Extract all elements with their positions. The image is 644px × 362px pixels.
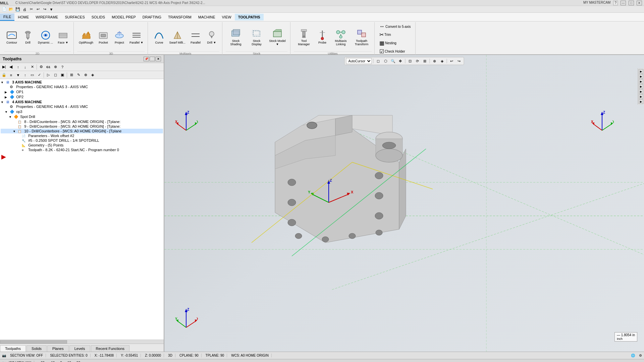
ribbon-btn-parallel-3d[interactable]: Parallel ▼ — [128, 28, 145, 46]
vp-btn-undo[interactable]: ↩ — [448, 58, 455, 64]
tb-pen[interactable]: ✎ — [75, 72, 82, 78]
ribbon-btn-stock-display[interactable]: Stock Display — [247, 26, 267, 47]
tree-node-parameters[interactable]: 📄 Parameters - Work offset #2 — [1, 133, 163, 138]
qat-cut[interactable]: ✂ — [28, 7, 34, 12]
tb-list[interactable]: ≡ — [8, 72, 14, 78]
qat-print[interactable]: 🖨 — [21, 7, 28, 12]
tb-move-up[interactable]: ↑ — [15, 64, 21, 70]
panel-close-btn[interactable]: ✕ — [156, 57, 161, 61]
tb-copy-ops[interactable]: ⊕ — [82, 72, 89, 78]
tb-grid[interactable]: ⊞ — [68, 72, 75, 78]
tree-hscroll-thumb[interactable] — [0, 340, 67, 344]
menu-file[interactable]: FILE — [0, 13, 14, 21]
ribbon-btn-pocket[interactable]: Pocket — [96, 28, 111, 46]
panel-tab-toolpaths[interactable]: Toolpaths — [0, 345, 26, 352]
view-select[interactable]: AutoCursor — [346, 58, 372, 64]
tree-node-op3[interactable]: ▼ 🔷 op3 — [1, 109, 163, 114]
tree-node-props-3ax[interactable]: ⚙ Properties - GENERIC HAAS 3 - AXIS VMC — [1, 84, 163, 89]
menu-drafting[interactable]: DRAFTING — [139, 14, 165, 20]
tree-node-tool[interactable]: 🔧 #5 - 0.2500 SPOT DRILL - 1/4 SPOTDRILL — [1, 138, 163, 143]
panel-tab-levels[interactable]: Levels — [69, 345, 90, 352]
tb-add-toolpath[interactable]: ▶| — [1, 64, 7, 70]
help-btn[interactable]: ? — [613, 1, 618, 5]
qat-redo[interactable]: ↪ — [42, 7, 48, 12]
ribbon-btn-parallel-ma[interactable]: Parallel — [188, 28, 203, 46]
maximize-btn[interactable]: □ — [629, 1, 634, 5]
tree-node-op8[interactable]: 📋 8 - Drill/Counterbore - [WCS: A0 HOME … — [1, 119, 163, 124]
close-btn[interactable]: ✕ — [637, 1, 642, 5]
expand-op2[interactable]: ▶ — [5, 96, 9, 99]
tree-node-op1[interactable]: ▶ 🔷 OP1 — [1, 89, 163, 95]
viewport[interactable]: AutoCursor ◻ ⬡ 🔍 ✥ ⊡ ⟳ ⊞ ⊕ ◈ ↩ ↪ Z — [164, 55, 644, 352]
rp-btn3[interactable]: ▶ — [639, 79, 643, 84]
expand-3axis[interactable]: ▼ — [1, 81, 5, 84]
tb-move-down[interactable]: ↓ — [22, 64, 29, 70]
status-settings-icon[interactable]: ⚙ — [639, 354, 642, 357]
menu-surfaces[interactable]: SURFACES — [61, 14, 88, 20]
ribbon-btn-convert-5axis[interactable]: ↔ Convert to 5-axis — [378, 23, 412, 30]
qat-new[interactable]: 📄 — [1, 7, 7, 12]
tree-node-3axis[interactable]: ▼ 🖥 3 AXIS MACHINE — [1, 80, 163, 84]
tb-help[interactable]: ? — [59, 64, 66, 70]
tb-add[interactable]: ⊕ — [52, 64, 59, 70]
ribbon-btn-probe[interactable]: Probe — [315, 28, 330, 46]
qat-save[interactable]: 💾 — [15, 7, 21, 12]
tb-filled-box[interactable]: ▣ — [59, 72, 66, 78]
vp-btn-rotate[interactable]: ⟳ — [414, 58, 421, 64]
tb-play[interactable]: ▷ — [45, 72, 52, 78]
ribbon-btn-face[interactable]: Face ▼ — [55, 28, 71, 46]
vp-btn-redo[interactable]: ↪ — [456, 58, 463, 64]
ribbon-btn-stock-model[interactable]: Stock Model ▼ — [267, 26, 287, 47]
panel-tab-solids[interactable]: Solids — [26, 345, 47, 352]
tb-check[interactable]: ✓ — [36, 72, 43, 78]
menu-toolpaths[interactable]: TOOLPATHS — [235, 14, 264, 20]
panel-pin-btn[interactable]: 📌 — [144, 57, 149, 61]
ribbon-btn-trim[interactable]: ✂ Trim — [378, 31, 392, 39]
ribbon-btn-tool-manager[interactable]: Tool Manager — [294, 26, 314, 47]
vp-btn-pan[interactable]: ✥ — [397, 58, 404, 64]
tree-hscroll[interactable] — [0, 340, 164, 344]
ribbon-btn-swarf[interactable]: Swarf Milli... — [167, 28, 187, 46]
rp-btn4[interactable]: ▶ — [639, 84, 643, 89]
tree-node-op2[interactable]: ▶ 🔷 OP2 — [1, 95, 163, 100]
ribbon-btn-multiaxis-linking[interactable]: Multiaxis Linking — [331, 26, 351, 47]
expand-4axis[interactable]: ▼ — [1, 101, 5, 104]
ribbon-btn-drill-ma[interactable]: Drill ▼ — [204, 28, 219, 46]
qat-open[interactable]: 📂 — [8, 7, 14, 12]
menu-machine[interactable]: MACHINE — [195, 14, 219, 20]
ribbon-btn-dynamic[interactable]: Dynamic ... — [36, 28, 55, 46]
tb-rect[interactable]: ▭ — [29, 72, 36, 78]
ribbon-btn-drill[interactable]: Drill — [20, 28, 36, 46]
ribbon-btn-stock-shading[interactable]: Stock Shading — [226, 26, 246, 47]
rp-btn5[interactable]: ▶ — [639, 89, 643, 94]
ribbon-btn-toolpath-transform[interactable]: Toolpath Transform — [352, 26, 372, 47]
vp-btn-wireframe[interactable]: ⬡ — [382, 58, 389, 64]
qat-undo[interactable]: ↩ — [35, 7, 41, 12]
menu-solids[interactable]: SOLIDS — [88, 14, 108, 20]
tree-node-4axis[interactable]: ▼ 🖥 4 AXIS MACHINE — [1, 100, 163, 104]
ribbon-btn-optirough[interactable]: OptiRough — [77, 28, 95, 46]
panel-float-btn[interactable]: ⬜ — [150, 57, 155, 61]
minimize-btn[interactable]: — — [621, 1, 626, 5]
tree-node-op10[interactable]: ▼ 📋 10 - Drill/Counterbore - [WCS: A0 HO… — [1, 129, 163, 133]
tb-remove-toolpath[interactable]: ◀| — [8, 64, 14, 70]
tb-dropdown[interactable]: ▼ — [15, 72, 21, 78]
rp-btn1[interactable]: ▶ — [639, 69, 643, 74]
tb-box[interactable]: ◻ — [52, 72, 59, 78]
panel-tab-recent[interactable]: Recent Functions — [91, 345, 130, 352]
expand-op1[interactable]: ▶ — [5, 90, 9, 94]
vp-btn-snap[interactable]: ⊕ — [431, 58, 438, 64]
vp-btn-zoom[interactable]: 🔍 — [390, 58, 396, 64]
menu-transform[interactable]: TRANSFORM — [165, 14, 195, 20]
expand-spot-drill[interactable]: ▼ — [9, 115, 13, 119]
rp-btn7[interactable]: ▶ — [639, 99, 643, 104]
ribbon-btn-curve[interactable]: Curve — [151, 28, 167, 46]
ribbon-btn-check-holder[interactable]: ☑ Check Holder — [378, 48, 407, 55]
tb-g1[interactable]: G1 — [45, 64, 52, 70]
vp-btn-fit[interactable]: ⊡ — [407, 58, 414, 64]
tb-lock[interactable]: 🔒 — [1, 72, 7, 78]
menu-home[interactable]: HOME — [14, 14, 32, 20]
ribbon-btn-project[interactable]: Project — [112, 28, 127, 46]
tb-arrow-up[interactable]: ↑ — [22, 72, 29, 78]
tree-node-toolpath[interactable]: ≡ Toolpath - 8.2K - 6240-21 Start.NC - P… — [1, 147, 163, 152]
